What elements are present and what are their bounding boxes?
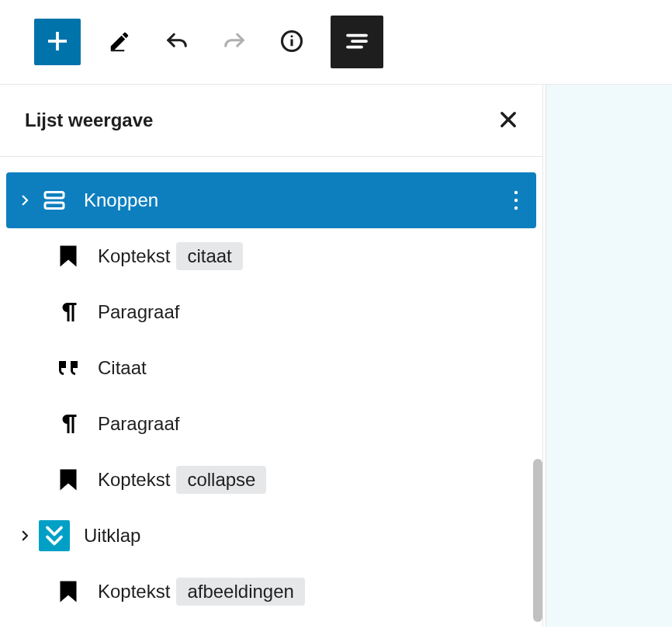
block-badge: citaat — [176, 242, 242, 270]
svg-point-15 — [514, 207, 518, 210]
block-label: Koptekst — [98, 581, 170, 602]
add-block-button[interactable] — [34, 19, 81, 65]
edit-button[interactable] — [101, 23, 138, 61]
redo-button[interactable] — [216, 23, 253, 61]
block-label: Uitklap — [84, 525, 140, 547]
panel-header: Lijst weergave — [0, 85, 542, 157]
list-view-icon — [343, 27, 371, 57]
paragraph-icon — [53, 297, 84, 328]
block-label: Koptekst — [98, 469, 170, 491]
list-view-button[interactable] — [331, 16, 383, 68]
block-item-paragraaf[interactable]: Paragraaf — [6, 284, 536, 340]
block-item-paragraaf[interactable]: Paragraaf — [6, 396, 536, 452]
block-item-koptekst[interactable]: Koptekst afbeeldingen — [6, 564, 536, 620]
expand-toggle[interactable] — [17, 193, 33, 207]
close-icon — [497, 109, 519, 133]
block-item-koptekst[interactable]: Koptekst collapse — [6, 452, 536, 508]
block-list: Knoppen Koptekst citaat Paragraaf — [0, 157, 542, 626]
editor-canvas[interactable] — [546, 85, 672, 627]
plus-icon — [43, 27, 71, 57]
svg-rect-12 — [45, 203, 64, 209]
block-label: Citaat — [98, 357, 147, 379]
svg-rect-11 — [45, 193, 64, 199]
editor-toolbar — [0, 0, 672, 85]
info-button[interactable] — [273, 23, 310, 61]
block-label: Koptekst — [98, 245, 170, 267]
buttons-icon — [39, 185, 70, 216]
block-item-koptekst[interactable]: Koptekst citaat — [6, 228, 536, 284]
list-view-panel: Lijst weergave Knoppen — [0, 85, 543, 627]
svg-point-14 — [514, 199, 518, 202]
heading-icon — [53, 464, 84, 495]
pencil-icon — [108, 30, 131, 55]
svg-point-5 — [291, 35, 293, 37]
quote-icon — [53, 352, 84, 384]
main-area: Lijst weergave Knoppen — [0, 85, 672, 627]
paragraph-icon — [53, 408, 84, 439]
svg-rect-2 — [111, 50, 125, 51]
more-options-button[interactable] — [507, 188, 525, 213]
block-badge: collapse — [176, 466, 266, 494]
heading-icon — [53, 241, 84, 272]
info-icon — [280, 30, 303, 55]
scrollbar-thumb[interactable] — [533, 459, 542, 622]
expand-toggle[interactable] — [17, 529, 33, 543]
svg-point-13 — [514, 191, 518, 194]
undo-icon — [165, 30, 189, 55]
block-label: Paragraaf — [98, 301, 179, 323]
block-badge: afbeeldingen — [176, 578, 304, 606]
redo-icon — [223, 30, 246, 55]
close-panel-button[interactable] — [494, 106, 522, 134]
expand-icon — [39, 520, 70, 551]
block-item-uitklap[interactable]: Uitklap — [6, 508, 536, 564]
block-label: Knoppen — [84, 189, 158, 211]
undo-button[interactable] — [158, 23, 196, 61]
block-item-knoppen[interactable]: Knoppen — [6, 172, 536, 228]
heading-icon — [53, 576, 84, 607]
block-item-citaat[interactable]: Citaat — [6, 340, 536, 396]
panel-title: Lijst weergave — [25, 109, 153, 131]
block-label: Paragraaf — [98, 413, 179, 435]
